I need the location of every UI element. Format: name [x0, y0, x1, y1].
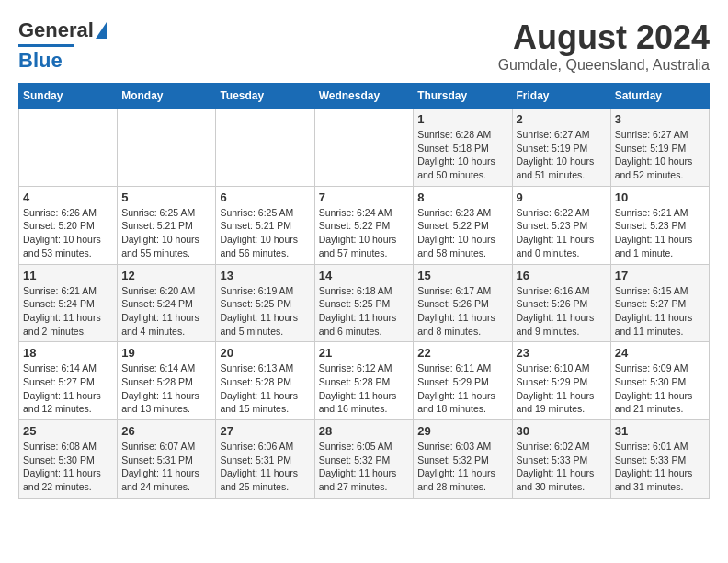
logo-blue: Blue — [18, 49, 63, 73]
daylight: Daylight: 11 hours and 15 minutes. — [220, 390, 298, 415]
sunset: Sunset: 5:19 PM — [615, 143, 687, 154]
sunset: Sunset: 5:22 PM — [319, 220, 391, 231]
daylight: Daylight: 11 hours and 5 minutes. — [220, 312, 298, 337]
day-number: 8 — [417, 190, 507, 204]
table-row: 16 Sunrise: 6:16 AM Sunset: 5:26 PM Dayl… — [512, 264, 610, 342]
table-row: 19 Sunrise: 6:14 AM Sunset: 5:28 PM Dayl… — [118, 342, 216, 420]
day-info: Sunrise: 6:05 AM Sunset: 5:32 PM Dayligh… — [319, 440, 410, 494]
table-row: 6 Sunrise: 6:25 AM Sunset: 5:21 PM Dayli… — [216, 186, 314, 264]
day-number: 31 — [615, 424, 705, 438]
sunrise: Sunrise: 6:14 AM — [121, 362, 195, 373]
table-row: 13 Sunrise: 6:19 AM Sunset: 5:25 PM Dayl… — [216, 264, 314, 342]
day-info: Sunrise: 6:07 AM Sunset: 5:31 PM Dayligh… — [121, 440, 211, 494]
day-info: Sunrise: 6:08 AM Sunset: 5:30 PM Dayligh… — [23, 440, 113, 494]
table-row: 3 Sunrise: 6:27 AM Sunset: 5:19 PM Dayli… — [610, 109, 709, 187]
daylight: Daylight: 11 hours and 28 minutes. — [417, 467, 495, 492]
table-row: 24 Sunrise: 6:09 AM Sunset: 5:30 PM Dayl… — [610, 342, 709, 420]
table-row — [314, 109, 414, 187]
sunrise: Sunrise: 6:01 AM — [615, 441, 688, 452]
day-number: 12 — [121, 269, 211, 282]
sunrise: Sunrise: 6:10 AM — [517, 362, 590, 373]
sunset: Sunset: 5:23 PM — [517, 220, 588, 231]
table-row: 28 Sunrise: 6:05 AM Sunset: 5:32 PM Dayl… — [314, 420, 414, 499]
table-row: 22 Sunrise: 6:11 AM Sunset: 5:29 PM Dayl… — [414, 342, 512, 420]
table-row: 23 Sunrise: 6:10 AM Sunset: 5:29 PM Dayl… — [512, 342, 610, 420]
sunrise: Sunrise: 6:03 AM — [417, 441, 491, 452]
daylight: Daylight: 11 hours and 8 minutes. — [417, 312, 495, 337]
day-info: Sunrise: 6:13 AM Sunset: 5:28 PM Dayligh… — [220, 362, 310, 416]
day-number: 17 — [615, 269, 705, 282]
sunrise: Sunrise: 6:14 AM — [23, 362, 97, 373]
daylight: Daylight: 11 hours and 0 minutes. — [517, 234, 595, 259]
sunset: Sunset: 5:22 PM — [417, 220, 489, 231]
daylight: Daylight: 11 hours and 21 minutes. — [615, 390, 693, 415]
sunset: Sunset: 5:26 PM — [517, 298, 588, 309]
daylight: Daylight: 10 hours and 56 minutes. — [220, 234, 298, 259]
logo-underline — [18, 44, 74, 47]
day-number: 9 — [517, 190, 607, 204]
day-number: 6 — [220, 190, 310, 204]
sunrise: Sunrise: 6:15 AM — [615, 285, 688, 296]
daylight: Daylight: 11 hours and 24 minutes. — [121, 467, 199, 492]
table-row: 11 Sunrise: 6:21 AM Sunset: 5:24 PM Dayl… — [19, 264, 118, 342]
daylight: Daylight: 11 hours and 11 minutes. — [615, 312, 693, 337]
daylight: Daylight: 11 hours and 31 minutes. — [615, 467, 693, 492]
day-number: 15 — [417, 269, 507, 282]
day-info: Sunrise: 6:06 AM Sunset: 5:31 PM Dayligh… — [220, 440, 310, 494]
sunrise: Sunrise: 6:17 AM — [417, 285, 491, 296]
table-row: 25 Sunrise: 6:08 AM Sunset: 5:30 PM Dayl… — [19, 420, 118, 499]
table-row: 4 Sunrise: 6:26 AM Sunset: 5:20 PM Dayli… — [19, 186, 118, 264]
day-number: 21 — [319, 346, 410, 360]
day-number: 2 — [517, 112, 607, 126]
day-number: 25 — [23, 424, 113, 438]
sunrise: Sunrise: 6:25 AM — [220, 207, 293, 218]
day-number: 30 — [517, 424, 607, 438]
sunset: Sunset: 5:30 PM — [615, 376, 687, 387]
sunset: Sunset: 5:21 PM — [220, 220, 291, 231]
table-row: 2 Sunrise: 6:27 AM Sunset: 5:19 PM Dayli… — [512, 109, 610, 187]
day-number: 14 — [319, 269, 410, 282]
sunset: Sunset: 5:21 PM — [121, 220, 193, 231]
sunset: Sunset: 5:32 PM — [417, 454, 489, 465]
col-saturday: Saturday — [610, 84, 709, 109]
col-wednesday: Wednesday — [314, 84, 414, 109]
day-number: 10 — [615, 190, 705, 204]
sunrise: Sunrise: 6:16 AM — [517, 285, 590, 296]
day-number: 1 — [417, 112, 507, 126]
day-number: 29 — [417, 424, 507, 438]
sunset: Sunset: 5:25 PM — [220, 298, 291, 309]
title-area: August 2024 Gumdale, Queensland, Austral… — [498, 18, 710, 74]
day-number: 19 — [121, 346, 211, 360]
daylight: Daylight: 11 hours and 12 minutes. — [23, 390, 101, 415]
day-number: 18 — [23, 346, 113, 360]
sunrise: Sunrise: 6:13 AM — [220, 362, 293, 373]
day-info: Sunrise: 6:02 AM Sunset: 5:33 PM Dayligh… — [517, 440, 607, 494]
table-row — [118, 109, 216, 187]
sunset: Sunset: 5:18 PM — [417, 143, 489, 154]
sunrise: Sunrise: 6:23 AM — [417, 207, 491, 218]
day-number: 23 — [517, 346, 607, 360]
sunset: Sunset: 5:27 PM — [615, 298, 687, 309]
sunrise: Sunrise: 6:22 AM — [517, 207, 590, 218]
day-info: Sunrise: 6:11 AM Sunset: 5:29 PM Dayligh… — [417, 362, 507, 416]
day-number: 28 — [319, 424, 410, 438]
day-info: Sunrise: 6:01 AM Sunset: 5:33 PM Dayligh… — [615, 440, 705, 494]
sunrise: Sunrise: 6:27 AM — [517, 129, 590, 140]
day-info: Sunrise: 6:25 AM Sunset: 5:21 PM Dayligh… — [121, 206, 211, 260]
table-row: 1 Sunrise: 6:28 AM Sunset: 5:18 PM Dayli… — [414, 109, 512, 187]
day-info: Sunrise: 6:27 AM Sunset: 5:19 PM Dayligh… — [615, 128, 705, 182]
day-info: Sunrise: 6:22 AM Sunset: 5:23 PM Dayligh… — [517, 206, 607, 260]
sunset: Sunset: 5:23 PM — [615, 220, 687, 231]
sunrise: Sunrise: 6:11 AM — [417, 362, 491, 373]
daylight: Daylight: 11 hours and 9 minutes. — [517, 312, 595, 337]
day-info: Sunrise: 6:25 AM Sunset: 5:21 PM Dayligh… — [220, 206, 310, 260]
daylight: Daylight: 11 hours and 6 minutes. — [319, 312, 397, 337]
table-row: 31 Sunrise: 6:01 AM Sunset: 5:33 PM Dayl… — [610, 420, 709, 499]
day-number: 20 — [220, 346, 310, 360]
day-number: 7 — [319, 190, 410, 204]
sunrise: Sunrise: 6:19 AM — [220, 285, 293, 296]
sunrise: Sunrise: 6:26 AM — [23, 207, 97, 218]
table-row: 21 Sunrise: 6:12 AM Sunset: 5:28 PM Dayl… — [314, 342, 414, 420]
col-friday: Friday — [512, 84, 610, 109]
sunrise: Sunrise: 6:18 AM — [319, 285, 392, 296]
